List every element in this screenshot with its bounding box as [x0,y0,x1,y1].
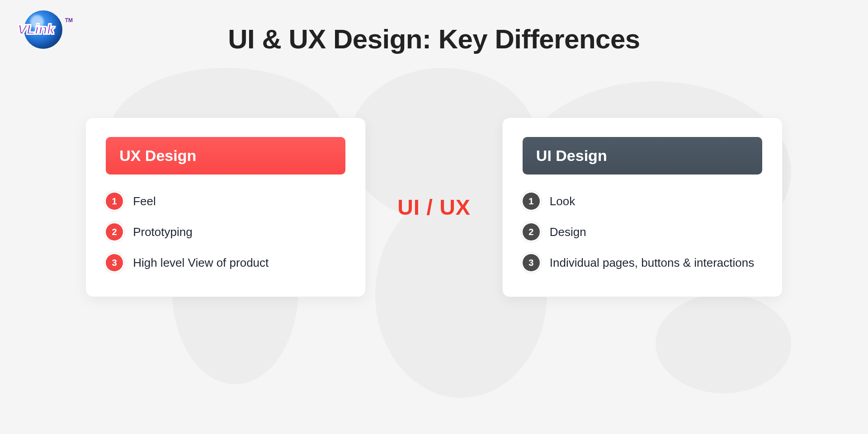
ux-card: UX Design 1 Feel 2 Prototyping 3 High le… [85,118,366,297]
ux-item-number: 3 [106,254,123,271]
ux-item: 3 High level View of product [106,254,345,271]
svg-point-5 [656,294,791,393]
ux-item-number: 1 [106,193,123,210]
ui-item-text: Design [550,225,586,239]
ui-item-number: 3 [523,254,540,271]
ux-item: 1 Feel [106,193,345,210]
ux-card-header: UX Design [106,137,345,175]
ux-items: 1 Feel 2 Prototyping 3 High level View o… [106,193,345,271]
ux-item-text: Feel [133,194,156,208]
ux-item: 2 Prototyping [106,223,345,241]
ui-item: 3 Individual pages, buttons & interactio… [523,254,762,271]
ux-item-text: Prototyping [133,225,193,239]
page-title: UI & UX Design: Key Differences [0,24,868,55]
ui-item-text: Look [550,194,575,208]
ui-items: 1 Look 2 Design 3 Individual pages, butt… [523,193,762,271]
trademark-symbol: TM [65,17,73,24]
ui-item: 1 Look [523,193,762,210]
center-label: UI / UX [397,195,471,220]
ui-item-text: Individual pages, buttons & interactions [550,256,754,270]
ui-item-number: 1 [523,193,540,210]
comparison-row: UX Design 1 Feel 2 Prototyping 3 High le… [0,118,868,297]
ux-item-number: 2 [106,223,123,241]
ui-card: UI Design 1 Look 2 Design 3 Individual p… [502,118,783,297]
ux-item-text: High level View of product [133,256,269,270]
ui-card-header: UI Design [523,137,762,175]
ui-item: 2 Design [523,223,762,241]
ui-item-number: 2 [523,223,540,241]
